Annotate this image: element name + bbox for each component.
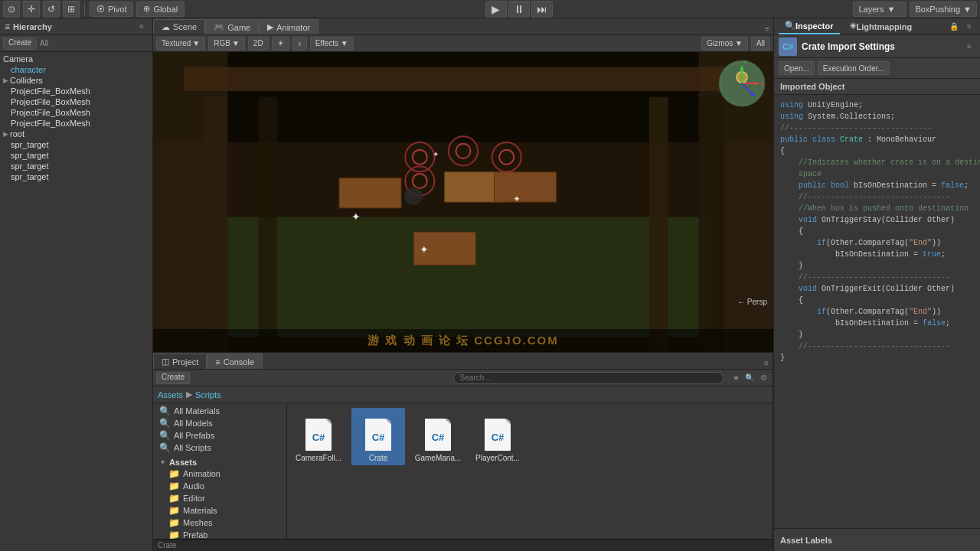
ptree-all-materials[interactable]: 🔍 All Materials xyxy=(153,405,286,417)
hierarchy-menu-icon[interactable]: ≡ xyxy=(136,21,148,33)
inspector-icon: 🔍 xyxy=(785,21,795,31)
hierarchy-item-sprtarget3[interactable]: spr_target xyxy=(0,161,152,171)
svg-text:✦: ✦ xyxy=(513,194,521,204)
gizmos-dropdown[interactable]: Gizmos ▼ xyxy=(701,37,748,51)
imported-object-label: Imported Object xyxy=(774,79,980,95)
layout-dropdown[interactable]: BoxPushing ▼ xyxy=(910,2,977,17)
camerafollower-file-icon: C# xyxy=(305,419,332,451)
step-button[interactable]: ⏭ xyxy=(531,1,553,18)
breadcrumb-scripts[interactable]: Scripts xyxy=(195,390,221,399)
audio-toggle-icon[interactable]: ♪ xyxy=(292,37,307,51)
animation-folder-icon: 📁 xyxy=(168,468,180,479)
scene-tab-icon: ☁ xyxy=(162,22,170,32)
ptree-all-prefabs[interactable]: 🔍 All Prefabs xyxy=(153,429,286,442)
hierarchy-item-boxmesh3[interactable]: ProjectFile_BoxMesh xyxy=(0,107,152,118)
scene-panel-menu-icon[interactable]: ≡ xyxy=(761,22,773,34)
hierarchy-item-boxmesh1[interactable]: ProjectFile_BoxMesh xyxy=(0,86,152,96)
asset-playercontroller[interactable]: C# PlayerCont... xyxy=(471,408,524,465)
breadcrumb-assets[interactable]: Assets xyxy=(158,390,183,399)
ptree-meshes[interactable]: 📁 Meshes xyxy=(153,517,286,529)
gamemanager-file-icon: C# xyxy=(425,419,451,451)
rotate-tool-icon[interactable]: ↺ xyxy=(43,1,60,18)
tab-project[interactable]: ◫ Project xyxy=(153,354,207,369)
layers-chevron-icon: ▼ xyxy=(887,5,895,14)
hierarchy-item-boxmesh4[interactable]: ProjectFile_BoxMesh xyxy=(0,118,152,129)
hierarchy-item-sprtarget4[interactable]: spr_target xyxy=(0,171,152,182)
ptree-materials[interactable]: 📁 Materials xyxy=(153,504,286,517)
playercontroller-file-icon: C# xyxy=(485,419,511,451)
hierarchy-item-camera[interactable]: Camera xyxy=(0,54,152,64)
project-options-icon[interactable]: ⚙ xyxy=(757,372,769,384)
ptree-assets-section[interactable]: ▼ Assets xyxy=(153,457,286,468)
scale-tool-icon[interactable]: ⊞ xyxy=(63,1,80,18)
ptree-all-scripts[interactable]: 🔍 All Scripts xyxy=(153,442,286,454)
play-button[interactable]: ▶ xyxy=(485,1,507,18)
hierarchy-item-sprtarget2[interactable]: spr_target xyxy=(0,150,152,161)
scene-viewport[interactable]: ✦ ✦ ✦ ✦ xyxy=(153,52,773,352)
pause-button[interactable]: ⏸ xyxy=(508,1,530,18)
project-create-btn[interactable]: Create xyxy=(156,372,190,384)
center-panel: ☁ Scene 🎮 Game ▶ Animator ≡ Textured▼ RG… xyxy=(153,18,773,551)
tab-lightmapping[interactable]: ☀ Lightmapping xyxy=(843,19,919,34)
layers-label: Layers xyxy=(858,5,884,14)
light-toggle-icon[interactable]: ☀ xyxy=(272,37,289,51)
inspector-sub-menu-icon[interactable]: ≡ xyxy=(963,41,975,53)
project-search-icon[interactable]: 🔍 xyxy=(743,372,756,384)
svg-rect-5 xyxy=(185,67,743,91)
playercontroller-label: PlayerCont... xyxy=(475,454,520,462)
project-panel-menu-icon[interactable]: ≡ xyxy=(760,357,773,369)
materials-folder-icon: 📁 xyxy=(168,505,180,516)
ptree-all-models[interactable]: 🔍 All Models xyxy=(153,417,286,429)
svg-point-22 xyxy=(404,187,423,205)
camerafollower-icon-wrapper: C# xyxy=(299,411,338,451)
animator-tab-icon: ▶ xyxy=(267,22,273,32)
textured-chevron-icon: ▼ xyxy=(192,39,200,47)
scene-toolbar: Textured▼ RGB▼ 2D ☀ ♪ Effects ▼ Gizmos ▼ xyxy=(153,35,773,52)
hierarchy-item-colliders[interactable]: ▶ Colliders xyxy=(0,75,152,86)
inspector-menu-icon[interactable]: ≡ xyxy=(963,21,975,33)
translate-tool-icon[interactable]: ✛ xyxy=(23,1,40,18)
tab-console[interactable]: ≡ Console xyxy=(207,354,263,369)
global-label: Global xyxy=(153,5,178,14)
hierarchy-item-root[interactable]: ▶ root xyxy=(0,129,152,139)
ptree-editor[interactable]: 📁 Editor xyxy=(153,492,286,504)
tab-game[interactable]: 🎮 Game xyxy=(205,19,259,34)
tab-animator[interactable]: ▶ Animator xyxy=(259,19,318,34)
gamemanager-label: GameMana... xyxy=(415,454,462,462)
scene-tab-bar: ☁ Scene 🎮 Game ▶ Animator ≡ xyxy=(153,18,773,35)
pivot-label: Pivot xyxy=(108,5,126,14)
persp-button[interactable]: ← Persp xyxy=(737,298,767,306)
inspector-lock-icon[interactable]: 🔒 xyxy=(948,21,960,33)
pivot-button[interactable]: ⦿ Pivot xyxy=(90,2,133,17)
tab-inspector[interactable]: 🔍 Inspector xyxy=(779,19,840,34)
hierarchy-item-sprtarget1[interactable]: spr_target xyxy=(0,139,152,150)
hierarchy-item-character[interactable]: character xyxy=(0,64,152,75)
ptree-animation[interactable]: 📁 Animation xyxy=(153,468,286,480)
ptree-audio[interactable]: 📁 Audio xyxy=(153,480,286,492)
unity-logo-icon[interactable]: ⊙ xyxy=(3,1,20,18)
project-panel: ◫ Project ≡ Console ≡ Create ★ xyxy=(153,353,773,551)
project-search-input[interactable] xyxy=(453,372,724,384)
tab-scene[interactable]: ☁ Scene xyxy=(153,19,205,34)
execution-order-button[interactable]: Execution Order... xyxy=(818,61,890,75)
ptree-prefab[interactable]: 📁 Prefab xyxy=(153,529,286,539)
scene-gizmo-widget[interactable]: X Y xyxy=(717,58,767,109)
open-button[interactable]: Open... xyxy=(779,61,815,75)
rgb-dropdown[interactable]: RGB▼ xyxy=(208,37,245,51)
2d-button[interactable]: 2D xyxy=(248,37,269,51)
textured-dropdown[interactable]: Textured▼ xyxy=(156,37,205,51)
all-search[interactable]: All xyxy=(751,37,770,51)
layers-dropdown[interactable]: Layers ▼ xyxy=(853,2,906,17)
global-button[interactable]: ⊕ Global xyxy=(136,2,185,17)
project-favorite-icon[interactable]: ★ xyxy=(730,372,742,384)
asset-crate[interactable]: C# Crate xyxy=(351,408,405,465)
svg-text:✦: ✦ xyxy=(433,150,439,158)
pivot-radio-icon: ⦿ xyxy=(96,5,105,14)
asset-camerafollower[interactable]: C# CameraFoll... xyxy=(292,408,345,465)
hierarchy-create-btn[interactable]: Create xyxy=(3,37,37,50)
asset-gamemanager[interactable]: C# GameMana... xyxy=(411,408,465,465)
hierarchy-item-boxmesh2[interactable]: ProjectFile_BoxMesh xyxy=(0,96,152,107)
effects-dropdown[interactable]: Effects ▼ xyxy=(310,37,354,51)
project-breadcrumb: Assets ▶ Scripts xyxy=(153,386,773,403)
camerafollower-label: CameraFoll... xyxy=(296,454,341,462)
